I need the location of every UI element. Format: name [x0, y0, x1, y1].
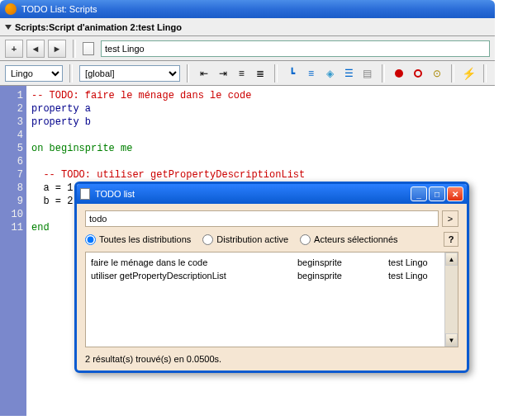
- align-left-icon[interactable]: ┗: [284, 65, 300, 82]
- line-number: 11: [0, 221, 23, 234]
- document-icon: [83, 42, 94, 55]
- line-gutter: 1234567891011: [0, 86, 26, 416]
- dialog-icon: [80, 188, 90, 200]
- result-desc: faire le ménage dans le code: [91, 256, 297, 269]
- code-line[interactable]: on beginsprite me: [31, 142, 490, 155]
- help-button[interactable]: ?: [444, 232, 458, 247]
- code-line[interactable]: -- TODO: utiliser getPropertyDescription…: [31, 168, 490, 182]
- search-go-button[interactable]: >: [442, 210, 458, 227]
- close-button[interactable]: ✕: [447, 186, 463, 201]
- watch-icon[interactable]: ⊙: [430, 65, 445, 82]
- result-script: test Lingo: [388, 256, 439, 269]
- script-name-input[interactable]: [101, 40, 490, 57]
- code-line[interactable]: [31, 129, 490, 142]
- result-handler: beginsprite: [297, 269, 388, 282]
- separator: [187, 64, 190, 83]
- line-number: 3: [0, 116, 23, 129]
- breakpoint-icon[interactable]: [392, 65, 407, 82]
- radio-selected-input[interactable]: [300, 234, 311, 245]
- add-button[interactable]: +: [5, 40, 23, 58]
- code-line[interactable]: -- TODO: faire le ménage dans le code: [31, 89, 490, 102]
- indent-right-icon[interactable]: ⇥: [215, 65, 230, 82]
- line-number: 7: [0, 168, 23, 182]
- run-icon[interactable]: ⚡: [461, 65, 477, 82]
- result-row[interactable]: faire le ménage dans le codebeginspritet…: [91, 256, 439, 269]
- line-number: 1: [0, 89, 23, 102]
- result-row[interactable]: utiliser getPropertyDescriptionListbegin…: [91, 269, 439, 282]
- separator: [451, 64, 454, 83]
- radio-selected-actors[interactable]: Acteurs sélectionnés: [300, 234, 398, 245]
- dialog-title-text: TODO list: [95, 189, 135, 199]
- line-number: 4: [0, 129, 23, 142]
- breadcrumb-bar: Scripts:Script d'animation 2:test Lingo: [0, 18, 495, 36]
- expand-icon[interactable]: [5, 25, 12, 30]
- maximize-button[interactable]: □: [429, 186, 445, 201]
- language-dropdown[interactable]: Lingo: [5, 65, 63, 82]
- scroll-down-icon[interactable]: ▼: [445, 333, 458, 347]
- minimize-button[interactable]: _: [411, 186, 427, 201]
- back-button[interactable]: ◄: [26, 40, 45, 58]
- dialog-title-bar[interactable]: TODO list _ □ ✕: [77, 184, 467, 204]
- code-line[interactable]: property a: [31, 102, 490, 116]
- app-icon: [5, 3, 17, 15]
- separator: [483, 64, 487, 83]
- result-desc: utiliser getPropertyDescriptionList: [91, 269, 297, 282]
- radio-active-input[interactable]: [202, 234, 213, 245]
- toolbar-navigation: + ◄ ►: [0, 36, 495, 61]
- breadcrumb-text: Scripts:Script d'animation 2:test Lingo: [15, 22, 182, 32]
- format-icon[interactable]: ≡: [303, 65, 319, 82]
- separator: [73, 40, 76, 58]
- list-icon[interactable]: ☰: [341, 65, 357, 82]
- todo-dialog: TODO list _ □ ✕ > Toutes les distributio…: [74, 182, 469, 373]
- code-line[interactable]: [31, 155, 490, 168]
- forward-button[interactable]: ►: [48, 40, 66, 58]
- main-title-bar: TODO List: Scripts: [0, 0, 495, 18]
- line-number: 9: [0, 195, 23, 208]
- scroll-track[interactable]: [445, 266, 458, 333]
- scroll-up-icon[interactable]: ▲: [445, 252, 458, 266]
- props-icon[interactable]: ▤: [359, 65, 375, 82]
- window-title: TODO List: Scripts: [21, 4, 97, 14]
- search-input[interactable]: [85, 210, 439, 227]
- result-handler: beginsprite: [297, 256, 388, 269]
- result-script: test Lingo: [388, 269, 439, 282]
- status-text: 2 résultat(s) trouvé(s) en 0.0500s.: [85, 352, 458, 364]
- line-number: 6: [0, 155, 23, 168]
- line-number: 5: [0, 142, 23, 155]
- separator: [382, 64, 385, 83]
- comment-icon[interactable]: ≡: [234, 65, 249, 82]
- line-number: 10: [0, 208, 23, 221]
- cube-icon[interactable]: ◈: [322, 65, 338, 82]
- scope-dropdown[interactable]: [global]: [79, 65, 179, 82]
- radio-active-distribution[interactable]: Distribution active: [202, 234, 288, 245]
- results-list: faire le ménage dans le codebeginspritet…: [85, 252, 458, 347]
- separator: [274, 64, 278, 83]
- line-number: 8: [0, 182, 23, 195]
- uncomment-icon[interactable]: ≣: [253, 65, 268, 82]
- radio-all-distributions[interactable]: Toutes les distributions: [85, 234, 191, 245]
- line-number: 2: [0, 102, 23, 116]
- scrollbar[interactable]: ▲ ▼: [444, 252, 458, 347]
- code-line[interactable]: property b: [31, 116, 490, 129]
- breakpoint-clear-icon[interactable]: [411, 65, 426, 82]
- separator: [69, 64, 73, 83]
- radio-all-input[interactable]: [85, 234, 96, 245]
- toolbar-editor: Lingo [global] ⇤ ⇥ ≡ ≣ ┗ ≡ ◈ ☰ ▤ ⊙ ⚡: [0, 61, 495, 86]
- indent-left-icon[interactable]: ⇤: [196, 65, 211, 82]
